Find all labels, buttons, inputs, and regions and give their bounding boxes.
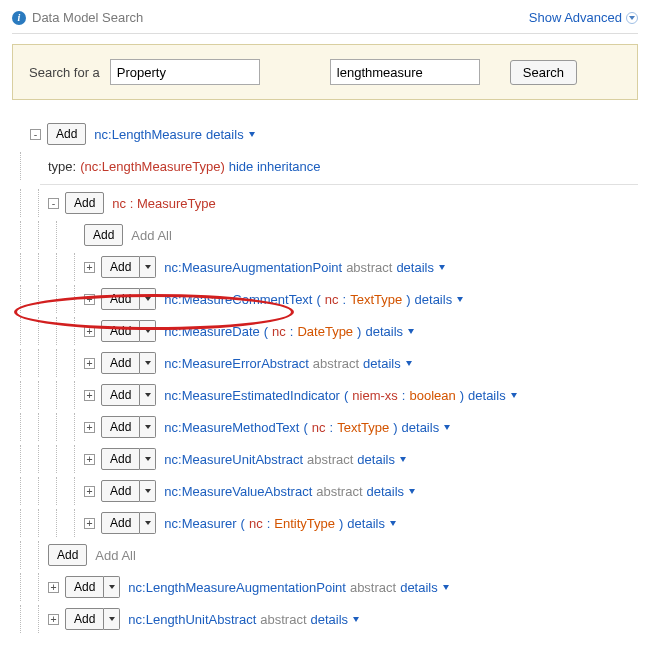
type-ns: niem-xs [352,388,398,403]
result-tree: - Add nc:LengthMeasure details type: (nc… [12,118,638,635]
element-name[interactable]: nc:LengthUnitAbstract [128,612,256,627]
divider [40,184,638,185]
abstract-label: abstract [350,580,396,595]
details-link[interactable]: details [400,580,449,595]
element-name[interactable]: nc:MeasureAugmentationPoint [164,260,342,275]
type-name: boolean [409,388,455,403]
add-dropdown[interactable] [140,480,156,502]
element-name[interactable]: nc:MeasureDate [164,324,259,339]
tree-row: +Addnc:LengthUnitAbstractabstractdetails [12,603,638,635]
details-link[interactable]: details [347,516,396,531]
add-dropdown[interactable] [140,512,156,534]
add-dropdown[interactable] [104,608,120,630]
show-advanced-link[interactable]: Show Advanced [529,10,638,25]
tree-row: +Addnc:MeasureDate( nc : DateType )detai… [12,315,638,347]
element-name[interactable]: nc:Measurer [164,516,236,531]
collapse-toggle[interactable]: - [48,198,59,209]
expand-toggle[interactable]: + [84,262,95,273]
details-link[interactable]: details [396,260,445,275]
expand-toggle[interactable]: + [48,582,59,593]
add-button[interactable]: Add [101,352,140,374]
add-all-row: Add Add All [12,539,638,571]
type-ns: nc [325,292,339,307]
expand-toggle[interactable]: + [84,454,95,465]
search-term-input[interactable] [330,59,480,85]
children-list: +Addnc:MeasureAugmentationPointabstractd… [12,251,638,539]
details-link[interactable]: details [357,452,406,467]
add-all-label[interactable]: Add All [131,228,171,243]
add-dropdown[interactable] [140,416,156,438]
element-name[interactable]: nc:MeasureEstimatedIndicator [164,388,340,403]
element-name[interactable]: nc:MeasureErrorAbstract [164,356,309,371]
caret-down-icon [390,521,396,526]
expand-toggle[interactable]: + [84,358,95,369]
add-dropdown[interactable] [104,576,120,598]
element-name[interactable]: nc:MeasureCommentText [164,292,312,307]
element-name[interactable]: nc:LengthMeasure [94,127,202,142]
expand-toggle[interactable]: + [84,486,95,497]
tree-row: +Addnc:LengthMeasureAugmentationPointabs… [12,571,638,603]
add-button[interactable]: Add [101,320,140,342]
add-button[interactable]: Add [101,448,140,470]
add-dropdown[interactable] [140,352,156,374]
add-dropdown[interactable] [140,448,156,470]
add-button[interactable]: Add [101,384,140,406]
hide-inheritance-link[interactable]: hide inheritance [229,159,321,174]
expand-toggle[interactable]: + [84,390,95,401]
search-button[interactable]: Search [510,60,577,85]
add-button[interactable]: Add [101,416,140,438]
add-button[interactable]: Add [48,544,87,566]
add-button[interactable]: Add [65,192,104,214]
add-dropdown[interactable] [140,320,156,342]
abstract-label: abstract [307,452,353,467]
element-name[interactable]: nc:MeasureMethodText [164,420,299,435]
caret-down-icon [408,329,414,334]
details-link[interactable]: details [415,292,464,307]
element-name[interactable]: nc:MeasureValueAbstract [164,484,312,499]
add-all-label[interactable]: Add All [95,548,135,563]
add-button[interactable]: Add [101,256,140,278]
details-link[interactable]: details [365,324,414,339]
expand-toggle[interactable]: + [84,294,95,305]
add-button[interactable]: Add [101,288,140,310]
add-button[interactable]: Add [65,608,104,630]
collapse-toggle[interactable]: - [30,129,41,140]
tree-row: +Addnc:MeasureValueAbstractabstractdetai… [12,475,638,507]
details-link[interactable]: details [311,612,360,627]
expand-toggle[interactable]: + [48,614,59,625]
type-name: TextType [337,420,389,435]
length-children-list: +Addnc:LengthMeasureAugmentationPointabs… [12,571,638,635]
caret-down-icon [409,489,415,494]
add-button[interactable]: Add [47,123,86,145]
details-link[interactable]: details [367,484,416,499]
type-name[interactable]: nc : MeasureType [112,196,215,211]
type-name: TextType [350,292,402,307]
expand-toggle[interactable]: + [84,518,95,529]
element-name[interactable]: nc:LengthMeasureAugmentationPoint [128,580,346,595]
abstract-label: abstract [316,484,362,499]
expand-toggle[interactable]: + [84,422,95,433]
add-dropdown[interactable] [140,256,156,278]
show-advanced-label: Show Advanced [529,10,622,25]
type-ns: nc [312,420,326,435]
details-link[interactable]: details [206,127,255,142]
search-box: Search for a Search [12,44,638,100]
add-button[interactable]: Add [84,224,123,246]
panel-title: Data Model Search [32,10,143,25]
element-name[interactable]: nc:MeasureUnitAbstract [164,452,303,467]
details-link[interactable]: details [363,356,412,371]
details-link[interactable]: details [402,420,451,435]
add-button[interactable]: Add [101,512,140,534]
expand-toggle[interactable]: + [84,326,95,337]
details-link[interactable]: details [468,388,517,403]
search-label: Search for a [29,65,100,80]
chevron-down-icon [626,12,638,24]
caret-down-icon [443,585,449,590]
add-button[interactable]: Add [101,480,140,502]
search-type-input[interactable] [110,59,260,85]
caret-down-icon [439,265,445,270]
add-dropdown[interactable] [140,384,156,406]
add-button[interactable]: Add [65,576,104,598]
add-dropdown[interactable] [140,288,156,310]
tree-row: +Addnc:MeasureMethodText( nc : TextType … [12,411,638,443]
